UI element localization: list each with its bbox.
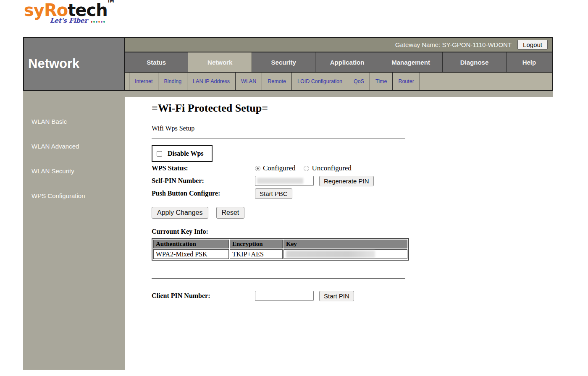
start-pbc-button[interactable]: Start PBC: [255, 188, 292, 199]
section-title: Network: [24, 38, 125, 90]
action-buttons: Apply Changes Reset: [152, 207, 536, 219]
tagline-dot: [98, 21, 100, 23]
divider: [152, 138, 405, 138]
syrotech-logo: syRotechTM Let's Fiber: [24, 2, 125, 24]
table-row: WPA2-Mixed PSK TKIP+AES: [153, 249, 407, 259]
blurred-value: [286, 251, 375, 258]
tagline-dot: [101, 21, 102, 23]
client-pin-label: Client PIN Number:: [152, 292, 255, 300]
disable-wps-label: Disable Wps: [168, 150, 204, 157]
client-pin-input[interactable]: [255, 291, 314, 301]
main-nav-tabs: Status Network Security Application Mana…: [125, 52, 552, 73]
subnav-item-qos[interactable]: QoS: [348, 73, 370, 90]
sidebar-item-wlan-basic[interactable]: WLAN Basic: [23, 118, 125, 143]
sidebar: WLAN Basic WLAN Advanced WLAN Security W…: [23, 97, 125, 370]
wps-status-label: WPS Status:: [152, 164, 255, 172]
logo-tm-mark: TM: [108, 0, 114, 3]
regenerate-pin-button[interactable]: Regenerate PIN: [319, 176, 374, 186]
sidebar-item-wps-configuration[interactable]: WPS Configuration: [23, 192, 125, 217]
tab-security[interactable]: Security: [252, 52, 315, 72]
sub-nav: Internet Binding LAN IP Address WLAN Rem…: [125, 73, 552, 90]
self-pin-label: Self-PIN Number:: [152, 177, 255, 185]
subnav-item-router[interactable]: Router: [393, 73, 420, 90]
tab-status[interactable]: Status: [125, 52, 188, 72]
logout-button[interactable]: Logout: [517, 40, 548, 50]
divider: [152, 278, 405, 279]
tab-diagnose[interactable]: Diagnose: [443, 52, 506, 72]
self-pin-input[interactable]: [255, 176, 314, 186]
column-header-key: Key: [284, 240, 407, 248]
apply-changes-button[interactable]: Apply Changes: [152, 207, 208, 219]
wps-status-row: WPS Status: Configured Unconfigured: [152, 162, 536, 175]
blurred-value: [257, 178, 303, 184]
radio-option-unconfigured[interactable]: Unconfigured: [304, 164, 351, 172]
authentication-cell: WPA2-Mixed PSK: [153, 249, 229, 259]
tab-application[interactable]: Application: [315, 52, 379, 72]
sidebar-item-wlan-security[interactable]: WLAN Security: [23, 167, 125, 192]
reset-button[interactable]: Reset: [216, 207, 245, 219]
disable-wps-box: Disable Wps: [152, 145, 213, 162]
radio-option-configured[interactable]: Configured: [255, 164, 295, 172]
tagline-dot: [93, 21, 95, 23]
content-area: WLAN Basic WLAN Advanced WLAN Security W…: [23, 91, 553, 370]
gateway-name-label: Gateway Name: SY-GPON-1110-WDONT: [395, 41, 512, 48]
tab-management[interactable]: Management: [379, 52, 443, 72]
logo-wordmark: syRotechTM: [24, 2, 125, 18]
header-right: Gateway Name: SY-GPON-1110-WDONT Logout …: [125, 38, 552, 90]
tab-help[interactable]: Help: [507, 52, 552, 72]
sidebar-item-wlan-advanced[interactable]: WLAN Advanced: [23, 143, 125, 167]
tagline-dot: [96, 21, 97, 23]
column-header-authentication: Authentication: [153, 240, 229, 248]
subnav-item-wlan[interactable]: WLAN: [236, 73, 262, 90]
push-button-configure-label: Push Button Configure:: [152, 190, 255, 197]
radio-configured-label: Configured: [263, 164, 295, 172]
tab-network[interactable]: Network: [188, 52, 252, 72]
page-title: =Wi-Fi Protected Setup=: [152, 102, 536, 115]
subnav-item-binding[interactable]: Binding: [158, 73, 187, 90]
radio-unconfigured-label: Unconfigured: [312, 164, 351, 172]
key-cell: [284, 249, 407, 259]
self-pin-row: Self-PIN Number: Regenerate PIN: [152, 175, 536, 187]
radio-unconfigured-icon[interactable]: [304, 166, 309, 171]
client-pin-row: Client PIN Number: Start PIN: [152, 290, 536, 302]
subnav-item-internet[interactable]: Internet: [129, 73, 158, 90]
subnav-item-lan-ip-address[interactable]: LAN IP Address: [187, 73, 236, 90]
gateway-bar: Gateway Name: SY-GPON-1110-WDONT Logout: [125, 38, 552, 52]
column-header-encryption: Encryption: [230, 240, 283, 248]
disable-wps-checkbox[interactable]: [157, 151, 162, 157]
tagline-dot: [103, 21, 105, 23]
radio-configured-icon[interactable]: [255, 166, 260, 171]
start-pin-button[interactable]: Start PIN: [319, 291, 354, 301]
encryption-cell: TKIP+AES: [230, 249, 283, 259]
push-button-configure-row: Push Button Configure: Start PBC: [152, 187, 536, 200]
wps-status-radio-group: Configured Unconfigured: [255, 164, 352, 172]
subnav-item-time[interactable]: Time: [370, 73, 393, 90]
admin-console: Network Gateway Name: SY-GPON-1110-WDONT…: [23, 37, 553, 370]
key-info-table: Authentication Encryption Key WPA2-Mixed…: [152, 238, 409, 261]
current-key-info-heading: Currount Key Info:: [152, 228, 536, 235]
tagline-dot: [91, 21, 92, 23]
wps-setup-subtitle: Wifi Wps Setup: [152, 125, 536, 132]
wps-setup-panel: =Wi-Fi Protected Setup= Wifi Wps Setup D…: [125, 97, 553, 370]
table-header-row: Authentication Encryption Key: [153, 240, 407, 248]
subnav-item-remote[interactable]: Remote: [262, 73, 292, 90]
subnav-item-loid-configuration[interactable]: LOID Configuration: [292, 73, 348, 90]
header: Network Gateway Name: SY-GPON-1110-WDONT…: [23, 37, 553, 91]
